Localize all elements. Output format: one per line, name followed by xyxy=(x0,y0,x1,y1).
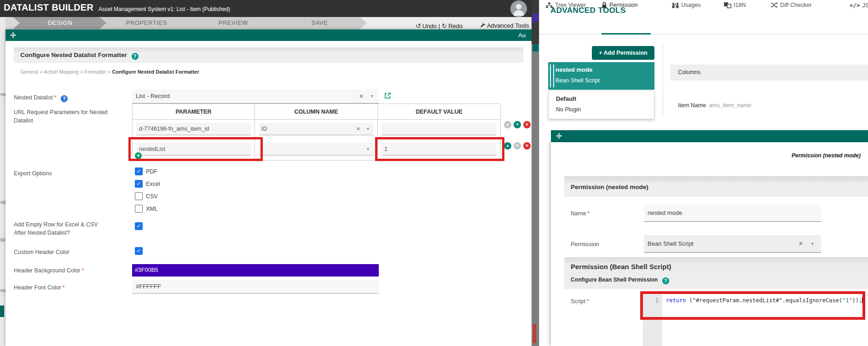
checkbox-custom-header-color[interactable]: ✓ xyxy=(135,247,143,255)
highlight-box-parameter xyxy=(128,137,263,161)
tab-permission[interactable]: Permission xyxy=(602,2,638,8)
chevron-down-icon[interactable]: ▾ xyxy=(811,241,814,246)
chevron-down-icon[interactable]: ▾ xyxy=(371,93,373,98)
required-mark: * xyxy=(587,298,589,305)
list-divider xyxy=(663,44,663,117)
highlight-box-default-value xyxy=(375,137,504,161)
permission-editor-title-bar[interactable] xyxy=(551,130,868,142)
checkbox-xml[interactable] xyxy=(135,205,143,213)
header-bg-color-label: Header Background Color* xyxy=(14,267,84,275)
dialog-title-bar[interactable]: Au xyxy=(6,29,532,41)
move-row-up-button[interactable]: ▲ xyxy=(504,121,511,128)
tab-properties[interactable]: PROPERTIES xyxy=(99,17,194,29)
open-datalist-external-link-icon[interactable] xyxy=(384,92,392,99)
advanced-tools-tab-bar xyxy=(539,22,868,35)
breadcrumb: General > Action Mapping > Formatter > C… xyxy=(20,69,199,75)
checkbox-label: XML xyxy=(146,206,158,212)
delete-row-button[interactable]: × xyxy=(523,121,531,128)
redo-icon: ↻ xyxy=(441,22,447,29)
export-options-label: Export Options xyxy=(14,170,52,178)
help-icon[interactable]: ? xyxy=(132,53,139,60)
move-row-down-button[interactable]: ▼ xyxy=(514,142,521,150)
table-row: d-7746196-fn_ams_item_id ID×▾ xyxy=(133,120,500,139)
tab-save[interactable]: SAVE xyxy=(272,17,367,29)
header-font-color-input[interactable]: #FFFFFF xyxy=(132,280,379,294)
nested-datalist-formatter-dialog: Au Configure Nested Datalist Formatter ?… xyxy=(6,29,532,346)
card-subtitle: Bean Shell Script xyxy=(556,77,600,84)
column-name-select[interactable]: ID×▾ xyxy=(259,123,374,135)
undo-redo-toolbar: ↺Undo | ↻Redo xyxy=(416,22,463,29)
lock-icon xyxy=(602,2,607,8)
clear-icon[interactable]: × xyxy=(356,125,360,132)
checkbox-excel[interactable]: ✓ xyxy=(135,180,143,188)
move-icon[interactable] xyxy=(556,133,562,139)
name-input[interactable]: nested mode xyxy=(644,205,821,222)
tab-json-definition[interactable]: </> JSON De xyxy=(850,2,868,9)
tab-i18n[interactable]: I18N xyxy=(724,2,746,8)
permission-section-header: Permission (nested mode) xyxy=(564,176,868,197)
permission-card-default[interactable]: Default No Plugin xyxy=(548,91,654,119)
clear-icon[interactable]: × xyxy=(799,240,803,247)
background-text-fragment: me xyxy=(0,288,6,293)
checkbox-add-empty-row[interactable]: ✓ xyxy=(135,222,143,230)
nested-datalist-select[interactable]: List - Record × ▾ xyxy=(132,89,379,104)
checkbox-label: CSV xyxy=(146,193,158,200)
permission-label: Permission xyxy=(571,241,599,249)
card-title: nested mode xyxy=(556,66,592,73)
user-avatar[interactable]: admin xyxy=(510,0,527,17)
breadcrumb-prefix: General > Action Mapping > Formatter > xyxy=(20,69,112,75)
default-value-input[interactable] xyxy=(382,123,497,135)
app-subtitle: Asset Management System v1: List - Item … xyxy=(98,6,230,12)
tab-usages[interactable]: Usages xyxy=(672,2,700,8)
delete-row-button[interactable]: × xyxy=(523,142,531,150)
checkbox-csv[interactable] xyxy=(135,192,143,200)
advanced-tools-button[interactable]: Advanced Tools xyxy=(487,22,529,29)
background-text-fragment: bli xyxy=(0,237,5,242)
header-font-color-label: Header Font Color* xyxy=(14,284,65,292)
titlebar-clipped-text: Au xyxy=(518,32,526,39)
help-icon[interactable]: ? xyxy=(61,95,68,102)
parameter-input[interactable]: d-7746196-fn_ams_item_id xyxy=(136,123,251,135)
header-bg-color-input[interactable]: #3F00B5 xyxy=(132,264,379,277)
required-mark: * xyxy=(63,284,65,291)
help-icon[interactable]: ? xyxy=(662,277,669,284)
plus-icon: + xyxy=(599,50,602,56)
undo-icon: ↺ xyxy=(416,22,421,29)
tab-preview[interactable]: PREVIEW xyxy=(186,17,280,29)
undo-button[interactable]: Undo xyxy=(422,23,437,29)
row-actions: ▲▼× xyxy=(504,142,533,150)
datalist-builder-screen: DATALIST BUILDER Asset Management System… xyxy=(0,0,868,346)
divider-red-fragment xyxy=(533,324,536,343)
chevron-down-icon[interactable]: ▾ xyxy=(367,146,369,151)
permission-card-nested-mode[interactable]: nested mode Bean Shell Script xyxy=(548,62,654,90)
background-teal-fragment xyxy=(0,306,4,317)
highlight-box-script xyxy=(640,291,865,320)
permission-select[interactable]: Bean Shell Script × ▾ xyxy=(644,235,821,253)
tab-design[interactable]: DESIGN xyxy=(13,17,107,29)
add-permission-button[interactable]: + Add Permission xyxy=(592,46,654,60)
permission-editor-body: Permission (nested mode) Permission (nes… xyxy=(551,142,868,346)
clear-icon[interactable]: × xyxy=(359,92,363,100)
column-name-select[interactable]: ▾ xyxy=(259,143,374,156)
column-list-item[interactable]: Item Nameams_item_name xyxy=(678,102,752,109)
chevron-down-icon[interactable]: ▾ xyxy=(367,126,369,131)
export-option-row: ✓ Excel xyxy=(135,180,160,188)
move-icon[interactable] xyxy=(10,32,17,39)
panel-divider[interactable] xyxy=(532,0,539,346)
checkbox-label: PDF xyxy=(146,168,157,175)
column-field-id: ams_item_name xyxy=(709,102,751,109)
column-header-column-name: COLUMN NAME xyxy=(255,104,378,120)
redo-button[interactable]: Redo xyxy=(448,23,463,29)
add-empty-row-label: Add Empty Row for Excel & CSV After Nest… xyxy=(14,221,122,237)
checkbox-pdf[interactable]: ✓ xyxy=(135,167,143,175)
move-row-up-button[interactable]: ▲ xyxy=(504,142,511,150)
move-row-down-button[interactable]: ▼ xyxy=(514,121,521,128)
dialog-title: Configure Nested Datalist Formatter xyxy=(20,52,127,58)
card-title: Default xyxy=(556,95,576,102)
nested-datalist-value: List - Record xyxy=(136,92,170,99)
tab-tree-viewer[interactable]: Tree Viewer xyxy=(546,2,586,8)
custom-header-color-label: Custom Header Color xyxy=(14,248,69,257)
advanced-tools-panel: ADVANCED TOOLS Tree Viewer Permission Us… xyxy=(539,0,868,346)
tab-diff-checker[interactable]: Diff Checker xyxy=(771,2,812,8)
url-params-label: URL Request Parameters for Nested Datali… xyxy=(14,109,117,125)
